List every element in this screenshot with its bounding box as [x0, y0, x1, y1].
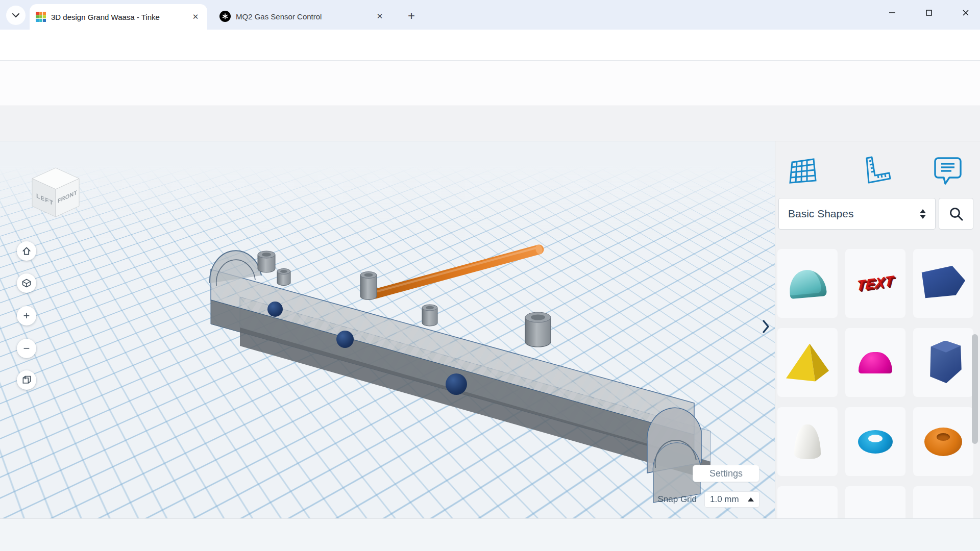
- tab-chatgpt[interactable]: MQ2 Gas Sensor Control ✕: [214, 6, 390, 27]
- snap-grid-value: 1.0 mm: [710, 494, 739, 505]
- caret-up-icon: [748, 497, 754, 502]
- settings-label: Settings: [709, 468, 743, 479]
- shape-star[interactable]: [913, 486, 973, 518]
- tab-title: MQ2 Gas Sensor Control: [236, 12, 322, 21]
- snap-grid-label: Snap Grid: [639, 494, 697, 505]
- shape-scribble[interactable]: [777, 486, 838, 518]
- ruler-helper-icon[interactable]: [857, 153, 894, 189]
- hole-cylinder[interactable]: [422, 305, 437, 326]
- shape-half-sphere[interactable]: [845, 328, 905, 397]
- shape-search-button[interactable]: [939, 198, 973, 230]
- shape-round-roof[interactable]: [777, 249, 838, 318]
- zoom-in-button[interactable]: +: [17, 306, 36, 325]
- left-arch[interactable]: [210, 251, 261, 283]
- tinkercad-favicon: [36, 12, 46, 22]
- orange-rod[interactable]: [375, 249, 539, 294]
- hole-cylinder[interactable]: [258, 251, 275, 272]
- shape-polygon[interactable]: [913, 249, 973, 318]
- window-minimize-button[interactable]: [885, 5, 900, 20]
- hole-cylinder[interactable]: [525, 312, 551, 347]
- home-view-button[interactable]: [17, 241, 36, 261]
- window-close-button[interactable]: [958, 5, 973, 20]
- notes-icon[interactable]: [929, 153, 966, 189]
- workplane-helper-icon[interactable]: [785, 153, 821, 189]
- shape-pyramid[interactable]: [777, 328, 838, 397]
- shape-category-value: Basic Shapes: [788, 208, 853, 220]
- design-model[interactable]: [0, 141, 775, 518]
- search-icon: [948, 206, 964, 221]
- shapes-panel: Basic Shapes TEXT: [775, 141, 980, 518]
- window-maximize-button[interactable]: [921, 5, 937, 20]
- shape-card[interactable]: [845, 486, 905, 518]
- shape-paraboloid[interactable]: [777, 407, 838, 476]
- tab-title: 3D design Grand Waasa - Tinke: [51, 13, 160, 21]
- tinkercad-header: T I N K E R C A D Grand Waasa: [0, 61, 980, 106]
- snap-grid-select[interactable]: 1.0 mm: [704, 491, 760, 508]
- hole-cylinder[interactable]: [360, 272, 377, 300]
- panel-scrollbar[interactable]: [972, 334, 978, 444]
- fit-view-button[interactable]: [17, 273, 36, 293]
- windows-taskbar: 4 Search: [0, 518, 980, 551]
- panel-collapse-chevron[interactable]: [762, 319, 771, 334]
- settings-button[interactable]: Settings: [693, 465, 760, 482]
- tab-tinkercad[interactable]: 3D design Grand Waasa - Tinke ✕: [30, 4, 207, 30]
- tab-close-icon[interactable]: ✕: [374, 11, 385, 22]
- new-tab-button[interactable]: +: [403, 8, 420, 24]
- zoom-out-button[interactable]: −: [17, 339, 36, 358]
- perspective-toggle-button[interactable]: [17, 370, 36, 390]
- tab-close-icon[interactable]: ✕: [190, 11, 201, 22]
- navy-sphere[interactable]: [446, 373, 467, 395]
- hole-cylinder[interactable]: [277, 269, 290, 286]
- shape-category-select[interactable]: Basic Shapes: [778, 198, 936, 230]
- navy-sphere[interactable]: [336, 331, 354, 348]
- shape-hex-prism[interactable]: [913, 328, 973, 397]
- select-arrows-icon: [920, 209, 926, 219]
- shape-text[interactable]: TEXT: [845, 249, 905, 318]
- browser-tab-strip: 3D design Grand Waasa - Tinke ✕ MQ2 Gas …: [0, 0, 980, 30]
- browser-toolbar: tinkercad.com/things/lDevhMeoOde/edit?re…: [0, 30, 980, 61]
- chatgpt-icon: [219, 11, 231, 22]
- editor-toolbar: Import Export Send To: [0, 106, 980, 141]
- shape-torus-thick[interactable]: [913, 407, 973, 476]
- 3d-viewport[interactable]: LEFT FRONT + − Settings Snap Grid 1.0 mm: [0, 141, 775, 518]
- navy-sphere[interactable]: [267, 302, 283, 317]
- view-cube[interactable]: LEFT FRONT: [29, 165, 82, 219]
- chevron-down-icon: [12, 13, 19, 18]
- tab-search-button[interactable]: [6, 6, 26, 25]
- shape-torus[interactable]: [845, 407, 905, 476]
